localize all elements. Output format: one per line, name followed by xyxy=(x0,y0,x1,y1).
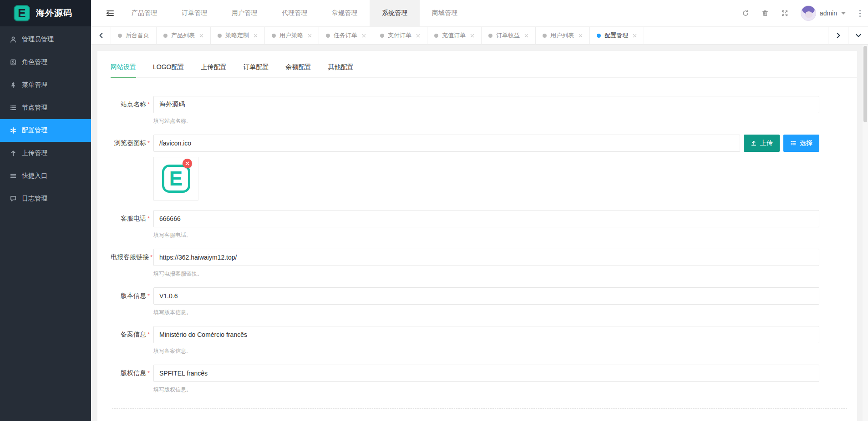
sidebar-item-admin-manage[interactable]: 管理员管理 xyxy=(0,28,91,51)
top-header: 产品管理 订单管理 用户管理 代理管理 常规管理 系统管理 商城管理 admin xyxy=(91,0,868,26)
tab-close-icon[interactable] xyxy=(416,34,420,38)
page-tab-task-order[interactable]: 任务订单 xyxy=(319,27,373,44)
tab-close-icon[interactable] xyxy=(524,34,528,38)
required-mark: * xyxy=(147,331,150,338)
form-divider xyxy=(112,408,847,409)
sidebar-item-upload-manage[interactable]: 上传管理 xyxy=(0,142,91,165)
tab-other-config[interactable]: 其他配置 xyxy=(328,59,353,77)
tab-close-icon[interactable] xyxy=(199,34,203,38)
settings-card: 网站设置 LOGO配置 上传配置 订单配置 余额配置 其他配置 站点名称* 填写… xyxy=(97,51,857,421)
site-name-input[interactable] xyxy=(153,96,819,113)
sidebar-item-role-manage[interactable]: 角色管理 xyxy=(0,51,91,74)
header-right-tools: admin xyxy=(742,5,868,21)
page-tab-user-list[interactable]: 用户列表 xyxy=(536,27,590,44)
form-row-favicon: 浏览器图标* 上传 选择 xyxy=(111,135,819,200)
page-tab-product-list[interactable]: 产品列表 xyxy=(157,27,211,44)
user-icon xyxy=(9,36,17,43)
tabs-scroll-right-icon[interactable] xyxy=(828,27,848,44)
nav-item-order[interactable]: 订单管理 xyxy=(169,0,219,26)
sidebar: E 海外源码 管理员管理 角色管理 菜单管理 节点管理 配置管理 xyxy=(0,0,91,421)
tab-close-icon[interactable] xyxy=(362,34,366,38)
upload-icon xyxy=(751,140,757,146)
form-row-site-name: 站点名称* 填写站点名称。 xyxy=(111,96,819,125)
page-tabbar: 后台首页 产品列表 策略定制 用户策略 任务订单 支付订单 充值订单 订单收益 … xyxy=(91,26,868,45)
upload-button[interactable]: 上传 xyxy=(744,135,780,152)
copyright-input[interactable] xyxy=(153,365,819,382)
choose-button-label: 选择 xyxy=(800,139,812,147)
tab-close-icon[interactable] xyxy=(254,34,258,38)
nav-item-label: 代理管理 xyxy=(282,9,307,17)
version-input[interactable] xyxy=(153,287,819,305)
trash-icon[interactable] xyxy=(761,10,769,17)
site-settings-form: 站点名称* 填写站点名称。 浏览器图标* 上传 xyxy=(111,78,857,394)
field-label: 浏览器图标* xyxy=(111,139,150,147)
brand-logo[interactable]: E 海外源码 xyxy=(0,0,91,26)
tab-close-icon[interactable] xyxy=(633,34,637,38)
form-row-version: 版本信息* 填写版本信息。 xyxy=(111,287,819,316)
sidebar-item-node-manage[interactable]: 节点管理 xyxy=(0,96,91,119)
required-mark: * xyxy=(147,215,150,222)
tree-icon xyxy=(9,81,17,89)
tab-logo-config[interactable]: LOGO配置 xyxy=(153,59,184,77)
tab-dot-icon xyxy=(163,34,168,38)
sidebar-item-menu-manage[interactable]: 菜单管理 xyxy=(0,74,91,96)
kebab-menu-icon[interactable] xyxy=(858,8,862,19)
page-tab-label: 用户列表 xyxy=(550,31,574,40)
tab-dot-icon xyxy=(272,34,276,38)
page-tab-pay-order[interactable]: 支付订单 xyxy=(373,27,427,44)
tab-close-icon[interactable] xyxy=(470,34,474,38)
field-help-text: 填写客服电话。 xyxy=(153,227,819,239)
remove-image-badge[interactable] xyxy=(183,159,192,168)
node-list-icon xyxy=(9,104,17,111)
tab-dot-icon xyxy=(380,34,384,38)
page-tab-label: 策略定制 xyxy=(225,31,249,40)
username: admin xyxy=(820,10,837,17)
nav-item-product[interactable]: 产品管理 xyxy=(119,0,169,26)
page-tab-config-manage[interactable]: 配置管理 xyxy=(590,27,644,44)
shortcut-list-icon xyxy=(9,172,17,180)
tab-site-settings[interactable]: 网站设置 xyxy=(111,59,136,77)
user-menu[interactable]: admin xyxy=(801,5,846,21)
vertical-scrollbar[interactable] xyxy=(863,45,868,421)
page-tab-user-strategy[interactable]: 用户策略 xyxy=(265,27,319,44)
page-tab-order-income[interactable]: 订单收益 xyxy=(482,27,536,44)
telegram-link-input[interactable] xyxy=(153,249,819,266)
list-icon xyxy=(790,140,797,146)
avatar xyxy=(801,5,816,21)
favicon-input[interactable] xyxy=(153,135,740,152)
page-tab-strategy-custom[interactable]: 策略定制 xyxy=(211,27,265,44)
page-tab-home[interactable]: 后台首页 xyxy=(111,27,157,44)
tab-dot-icon xyxy=(434,34,438,38)
sidebar-item-label: 节点管理 xyxy=(22,104,47,112)
collapse-menu-icon[interactable] xyxy=(101,0,119,26)
tabs-dropdown-icon[interactable] xyxy=(848,27,868,44)
nav-item-system[interactable]: 系统管理 xyxy=(370,0,420,26)
tab-close-icon[interactable] xyxy=(579,34,583,38)
fullscreen-icon[interactable] xyxy=(781,10,788,17)
main-area: 产品管理 订单管理 用户管理 代理管理 常规管理 系统管理 商城管理 admin xyxy=(91,0,868,421)
tabs-scroll-left-icon[interactable] xyxy=(91,27,111,44)
sidebar-menu: 管理员管理 角色管理 菜单管理 节点管理 配置管理 上传管理 xyxy=(0,26,91,210)
nav-item-agent[interactable]: 代理管理 xyxy=(269,0,320,26)
sidebar-item-config-manage[interactable]: 配置管理 xyxy=(0,119,91,142)
sidebar-item-log-manage[interactable]: 日志管理 xyxy=(0,187,91,210)
field-label: 备案信息* xyxy=(111,331,150,339)
nav-item-label: 用户管理 xyxy=(232,9,257,17)
sidebar-item-shortcut-entry[interactable]: 快捷入口 xyxy=(0,165,91,187)
nav-item-mall[interactable]: 商城管理 xyxy=(420,0,470,26)
tab-order-config[interactable]: 订单配置 xyxy=(243,59,269,77)
tab-close-icon[interactable] xyxy=(308,34,312,38)
nav-item-label: 订单管理 xyxy=(182,9,207,17)
tab-balance-config[interactable]: 余额配置 xyxy=(285,59,311,77)
page-tab-recharge-order[interactable]: 充值订单 xyxy=(427,27,482,44)
choose-button[interactable]: 选择 xyxy=(783,135,819,152)
nav-item-general[interactable]: 常规管理 xyxy=(320,0,370,26)
tab-upload-config[interactable]: 上传配置 xyxy=(201,59,226,77)
field-help-text: 填写电报客服链接。 xyxy=(153,266,819,278)
service-phone-input[interactable] xyxy=(153,210,819,227)
field-help-text: 填写版权信息。 xyxy=(153,382,819,394)
scrollbar-thumb[interactable] xyxy=(863,46,867,122)
nav-item-user[interactable]: 用户管理 xyxy=(219,0,269,26)
icp-info-input[interactable] xyxy=(153,326,819,343)
refresh-icon[interactable] xyxy=(742,10,749,17)
